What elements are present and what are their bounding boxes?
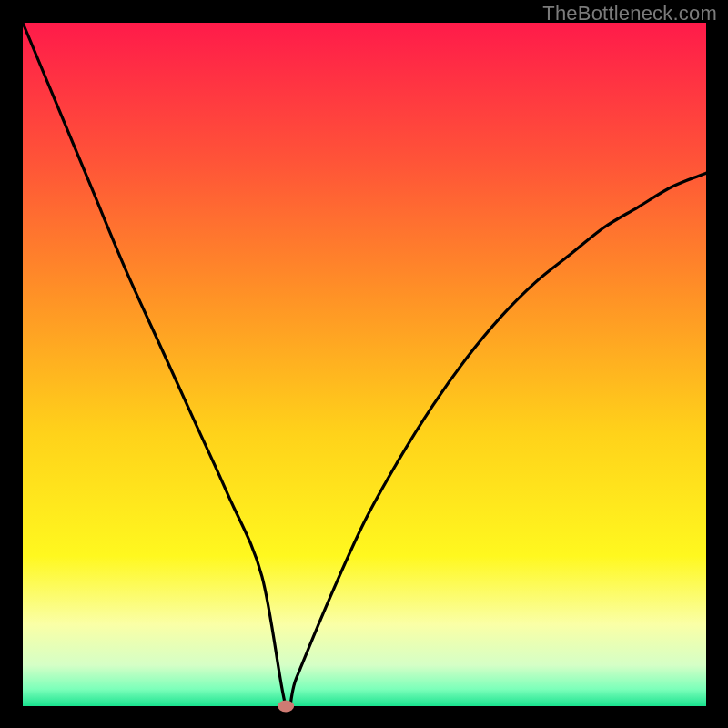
bottleneck-chart	[0, 0, 728, 728]
watermark-text: TheBottleneck.com	[542, 2, 717, 25]
plot-background	[23, 23, 706, 706]
optimal-point-marker	[278, 701, 294, 713]
chart-canvas: TheBottleneck.com	[0, 0, 728, 728]
